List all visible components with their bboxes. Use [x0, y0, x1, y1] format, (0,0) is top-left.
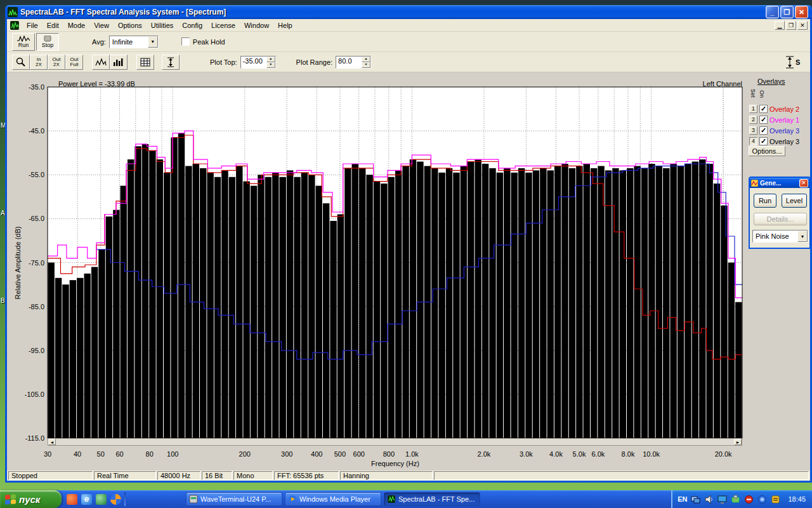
start-button[interactable]: пуск	[0, 490, 62, 508]
overlay-on-checkbox[interactable]: ✓	[759, 105, 768, 113]
spin-down-icon[interactable]: ▼	[266, 62, 275, 68]
spectrum-bar	[684, 164, 691, 438]
spectrum-bar	[728, 263, 735, 439]
y-tick-label: -105.0	[25, 391, 44, 398]
generator-title-bar[interactable]: Gene... ✕	[750, 178, 809, 188]
plot-top-input[interactable]: -35.00 ▲▼	[240, 56, 276, 69]
menu-utilities[interactable]: Utilities	[147, 20, 178, 30]
chevron-down-icon[interactable]: ▼	[148, 36, 158, 48]
volume-icon[interactable]	[704, 495, 714, 504]
taskbar-button[interactable]: Windows Media Player	[285, 492, 381, 506]
chevron-down-icon[interactable]: ▼	[797, 231, 808, 242]
menu-edit[interactable]: Edit	[43, 20, 63, 30]
status-segment: Hanning	[340, 471, 433, 480]
vertical-fit-button[interactable]	[162, 55, 180, 70]
menu-config[interactable]: Config	[178, 20, 207, 30]
overlay-set-button[interactable]: 3	[749, 126, 757, 135]
usb-device-icon[interactable]	[731, 495, 740, 504]
update-icon[interactable]	[757, 495, 767, 504]
run-button[interactable]: Run	[12, 33, 35, 51]
mdi-restore-button[interactable]: ❐	[786, 21, 796, 30]
menu-view[interactable]: View	[89, 20, 114, 30]
menu-license[interactable]: License	[207, 20, 240, 30]
spectrum-bar	[417, 162, 423, 438]
spin-up-icon[interactable]: ▲	[362, 57, 370, 62]
zoom-out-2x-button[interactable]: Out 2X	[48, 55, 65, 70]
scroll-right-icon[interactable]: ►	[734, 439, 742, 445]
spectrum-bar	[193, 164, 199, 438]
grid-icon	[140, 58, 150, 67]
peak-hold-checkbox[interactable]	[181, 37, 190, 46]
spectrum-bar	[301, 173, 308, 438]
spectrum-bar	[518, 168, 525, 438]
zoom-out-full-button[interactable]: Out Full	[65, 55, 83, 70]
start-label: пуск	[19, 494, 40, 505]
spectrum-bar	[598, 166, 604, 438]
avg-label: Avg:	[92, 38, 106, 46]
title-bar[interactable]: SpectraLAB - FFT Spectral Analysis Syste…	[5, 5, 812, 19]
menu-bar: FileEditModeViewOptionsUtilitiesConfigLi…	[7, 19, 810, 32]
autoscale-icon[interactable]: S	[785, 55, 801, 69]
spin-down-icon[interactable]: ▼	[362, 62, 370, 68]
network-icon[interactable]	[691, 495, 700, 504]
media-player-icon[interactable]	[110, 494, 121, 505]
generator-details-button[interactable]: Details...	[754, 213, 807, 225]
spectrum-bar	[294, 177, 300, 438]
taskbar-button[interactable]: SpectraLAB - FFT Spe...	[384, 492, 480, 506]
generator-level-button[interactable]: Level	[782, 194, 807, 208]
spectrum-bar	[337, 214, 344, 438]
spectrum-bar	[178, 133, 185, 438]
overlay-on-checkbox[interactable]: ✓	[759, 126, 768, 135]
plot-range-input[interactable]: 80.0 ▲▼	[336, 56, 371, 69]
spectrum-bar	[576, 166, 582, 438]
overlay-on-checkbox[interactable]: ✓	[759, 116, 768, 124]
generator-title: Gene...	[760, 180, 799, 187]
language-indicator[interactable]: EN	[678, 495, 687, 503]
overlay-on-checkbox[interactable]: ✓	[759, 137, 768, 145]
overlay-set-button[interactable]: 4	[749, 137, 757, 145]
display-icon[interactable]	[717, 495, 727, 504]
generator-window: Gene... ✕ Run Level Details... Pink Nois…	[749, 177, 811, 249]
scroll-left-icon[interactable]: ◄	[48, 439, 56, 445]
menu-mode[interactable]: Mode	[63, 20, 90, 30]
menu-options[interactable]: Options	[114, 20, 147, 30]
zoom-in-2x-button[interactable]: In 2X	[30, 55, 48, 70]
menu-file[interactable]: File	[22, 20, 43, 30]
bar-spectrum-view-button[interactable]	[110, 55, 128, 70]
maximize-button[interactable]: ❐	[780, 6, 794, 18]
taskbar-button[interactable]: WaveTerminal-U24 P...	[186, 492, 282, 506]
zoom-tool-button[interactable]	[12, 55, 30, 70]
overlay-set-button[interactable]: 1	[749, 105, 757, 113]
avg-select[interactable]: Infinite ▼	[109, 36, 159, 48]
mdi-minimize-button[interactable]: ▁	[775, 21, 785, 30]
x-tick-label: 6.0k	[592, 450, 605, 458]
mdi-close-button[interactable]: ✕	[797, 21, 808, 30]
status-bar: StoppedReal Time48000 Hz16 BitMonoFFT: 6…	[7, 471, 810, 481]
generator-icon	[751, 180, 758, 187]
grid-view-button[interactable]	[136, 55, 154, 70]
menu-help[interactable]: Help	[273, 20, 297, 30]
menu-window[interactable]: Window	[240, 20, 273, 30]
stop-button[interactable]: Stop	[36, 33, 59, 51]
spectrum-bar	[251, 186, 257, 438]
generator-signal-select[interactable]: Pink Noise ▼	[752, 230, 808, 243]
zoom-in-label-bottom: 2X	[36, 62, 42, 67]
overlays-options-button[interactable]: Options...	[749, 146, 785, 156]
spectrum-bar	[721, 206, 727, 438]
horizontal-scrollbar[interactable]: ◄ ►	[48, 438, 742, 446]
spin-up-icon[interactable]: ▲	[266, 57, 275, 62]
x-tick-label: 100	[167, 450, 178, 458]
overlay-set-button[interactable]: 2	[749, 116, 757, 124]
antivirus-icon[interactable]	[744, 495, 754, 504]
browser-icon[interactable]	[67, 494, 77, 505]
generator-run-button[interactable]: Run	[754, 194, 776, 208]
internet-explorer-icon[interactable]: e	[81, 494, 92, 505]
close-button[interactable]: ✕	[795, 6, 808, 18]
line-spectrum-view-button[interactable]	[92, 55, 110, 70]
messenger-icon[interactable]	[96, 494, 107, 505]
minimize-button[interactable]: _	[766, 6, 779, 18]
scheduler-icon[interactable]	[771, 495, 780, 504]
generator-close-icon[interactable]: ✕	[799, 179, 808, 187]
stop-label: Stop	[42, 42, 54, 48]
spectrum-bar	[547, 170, 554, 438]
